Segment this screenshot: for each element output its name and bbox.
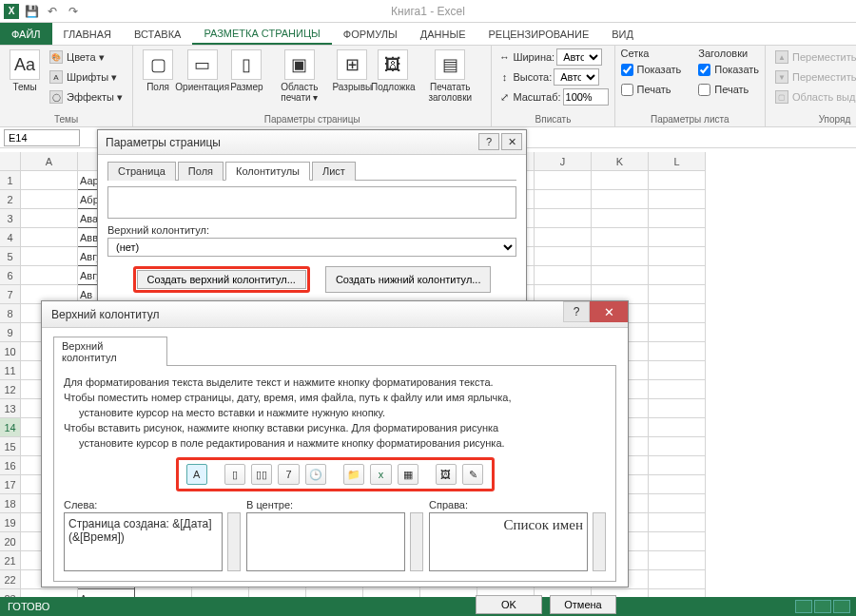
cell[interactable] xyxy=(21,171,78,190)
cell[interactable] xyxy=(649,418,706,437)
cell[interactable] xyxy=(649,361,706,380)
cell[interactable] xyxy=(649,532,706,551)
center-scrollbar[interactable] xyxy=(410,512,423,571)
cell[interactable] xyxy=(649,475,706,494)
breaks-button[interactable]: ⊞Разрывы xyxy=(333,48,371,94)
cell[interactable] xyxy=(592,209,649,228)
pagesetup-tab-margins[interactable]: Поля xyxy=(178,162,224,181)
cell[interactable] xyxy=(21,190,78,209)
row-header[interactable]: 6 xyxy=(0,266,21,285)
create-header-button[interactable]: Создать верхний колонтитул... xyxy=(137,270,306,289)
left-section-input[interactable]: Страница создана: &[Дата] (&[Время]) xyxy=(64,512,223,571)
cell[interactable] xyxy=(649,228,706,247)
cell[interactable] xyxy=(649,399,706,418)
redo-button[interactable]: ↷ xyxy=(65,3,82,20)
dialog2-close-button[interactable]: ✕ xyxy=(590,301,628,322)
cell[interactable] xyxy=(649,513,706,532)
column-header[interactable]: J xyxy=(535,152,592,171)
pagesetup-tab-page[interactable]: Страница xyxy=(107,162,176,181)
row-header[interactable]: 15 xyxy=(0,437,21,456)
height-select[interactable]: Авто xyxy=(554,68,599,86)
scale-input[interactable] xyxy=(563,88,609,106)
pagesetup-tab-sheet[interactable]: Лист xyxy=(312,162,356,181)
tab-home[interactable]: ГЛАВНАЯ xyxy=(52,23,123,45)
page-number-icon[interactable]: ▯ xyxy=(224,464,245,485)
tab-data[interactable]: ДАННЫЕ xyxy=(409,23,477,45)
column-header[interactable]: A xyxy=(21,152,78,171)
right-scrollbar[interactable] xyxy=(593,512,606,571)
themes-button[interactable]: Aa Темы xyxy=(6,48,44,94)
pages-count-icon[interactable]: ▯▯ xyxy=(251,464,272,485)
cell[interactable] xyxy=(649,266,706,285)
cell[interactable] xyxy=(649,437,706,456)
row-header[interactable]: 10 xyxy=(0,342,21,361)
cell[interactable] xyxy=(649,247,706,266)
cell[interactable] xyxy=(535,228,592,247)
theme-effects-button[interactable]: ◯Эффекты ▾ xyxy=(46,87,126,106)
file-path-icon[interactable]: 📁 xyxy=(343,464,364,485)
row-header[interactable]: 4 xyxy=(0,228,21,247)
row-header[interactable]: 16 xyxy=(0,456,21,475)
cell[interactable] xyxy=(592,171,649,190)
cell[interactable] xyxy=(649,342,706,361)
view-normal-icon[interactable] xyxy=(795,600,812,613)
headings-show-checkbox[interactable]: Показать xyxy=(698,60,759,79)
theme-fonts-button[interactable]: AШрифты ▾ xyxy=(46,67,126,87)
undo-button[interactable]: ↶ xyxy=(44,3,61,20)
pagesetup-tab-headerfooter[interactable]: Колонтитулы xyxy=(225,162,310,181)
cell[interactable] xyxy=(649,380,706,399)
headings-print-checkbox[interactable]: Печать xyxy=(698,80,759,99)
row-header[interactable]: 17 xyxy=(0,475,21,494)
row-header[interactable]: 11 xyxy=(0,361,21,380)
row-header[interactable]: 12 xyxy=(0,380,21,399)
row-header[interactable]: 1 xyxy=(0,171,21,190)
size-button[interactable]: ▯Размер xyxy=(227,48,265,94)
column-header[interactable]: K xyxy=(592,152,649,171)
center-section-input[interactable] xyxy=(246,512,405,571)
cell[interactable] xyxy=(649,323,706,342)
row-header[interactable]: 22 xyxy=(0,570,21,589)
cell[interactable] xyxy=(535,171,592,190)
time-icon[interactable]: 🕒 xyxy=(305,464,326,485)
cell[interactable] xyxy=(649,171,706,190)
cell[interactable] xyxy=(535,247,592,266)
ok-button[interactable]: OK xyxy=(476,595,542,614)
margins-button[interactable]: ▢Поля xyxy=(139,48,177,94)
row-header[interactable]: 13 xyxy=(0,399,21,418)
cell[interactable] xyxy=(592,228,649,247)
format-picture-icon[interactable]: ✎ xyxy=(462,464,483,485)
tab-review[interactable]: РЕЦЕНЗИРОВАНИЕ xyxy=(477,23,600,45)
tab-formulas[interactable]: ФОРМУЛЫ xyxy=(332,23,409,45)
row-header[interactable]: 8 xyxy=(0,304,21,323)
row-header[interactable]: 2 xyxy=(0,190,21,209)
cell[interactable] xyxy=(21,209,78,228)
theme-colors-button[interactable]: 🎨Цвета ▾ xyxy=(46,48,126,67)
cell[interactable] xyxy=(649,285,706,304)
row-header[interactable]: 9 xyxy=(0,323,21,342)
cell[interactable] xyxy=(592,190,649,209)
tab-file[interactable]: ФАЙЛ xyxy=(0,23,52,45)
header-inner-tab[interactable]: Верхний колонтитул xyxy=(53,337,167,366)
create-footer-button[interactable]: Создать нижний колонтитул... xyxy=(325,266,492,293)
dialog1-close-button[interactable]: ✕ xyxy=(501,133,522,150)
row-header[interactable]: 5 xyxy=(0,247,21,266)
header-select[interactable]: (нет) xyxy=(107,238,516,257)
cell[interactable] xyxy=(592,247,649,266)
cell[interactable] xyxy=(649,456,706,475)
print-titles-button[interactable]: ▤Печатать заголовки xyxy=(415,48,485,105)
left-scrollbar[interactable] xyxy=(227,512,241,571)
dialog1-help-button[interactable]: ? xyxy=(478,133,499,150)
file-name-icon[interactable]: x xyxy=(370,464,391,485)
cell[interactable] xyxy=(649,551,706,570)
tab-insert[interactable]: ВСТАВКА xyxy=(123,23,192,45)
cell[interactable] xyxy=(535,190,592,209)
cell[interactable] xyxy=(21,247,78,266)
cell[interactable] xyxy=(21,228,78,247)
tab-view[interactable]: ВИД xyxy=(600,23,645,45)
gridlines-show-checkbox[interactable]: Показать xyxy=(621,60,682,79)
cell[interactable] xyxy=(649,190,706,209)
dialog2-help-button[interactable]: ? xyxy=(563,301,590,322)
cancel-button[interactable]: Отмена xyxy=(550,595,616,614)
cell[interactable] xyxy=(649,494,706,513)
view-page-layout-icon[interactable] xyxy=(814,600,831,613)
